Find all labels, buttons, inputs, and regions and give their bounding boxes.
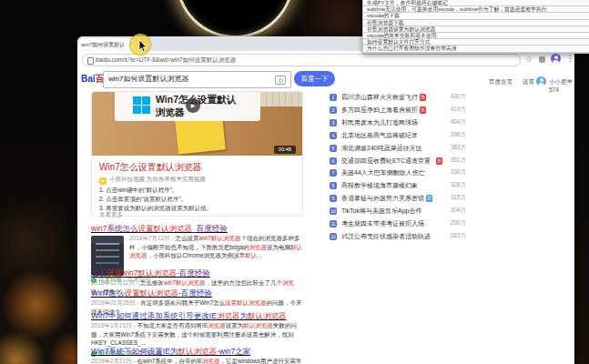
text-segment: -百度经验 xyxy=(178,288,212,298)
hot-item-count: 419万 xyxy=(451,106,466,114)
hot-list-item[interactable]: 3村民用废木为儿打造网球场404万 xyxy=(330,117,466,129)
eclipse-wallpaper xyxy=(176,0,294,38)
text-segment: Win7中如何通过添加系统引导更改IE xyxy=(91,311,217,320)
results-column: Win7怎么设置默认 浏览器 ▶ 00:48 Win7怎么设置默认浏览器 ▶小熊… xyxy=(91,91,303,364)
hot-item-title[interactable]: 武汉公布无症状感染者活动轨迹 xyxy=(341,232,431,241)
url-text: baidu.com/s?ie=UTF-8&wd=win7如何设置默认浏览器 xyxy=(96,55,496,66)
address-bar[interactable]: baidu.com/s?ie=UTF-8&wd=win7如何设置默认浏览器 xyxy=(82,54,521,66)
video-result-title[interactable]: Win7怎么设置默认浏览器 xyxy=(99,161,202,174)
hot-list-item[interactable]: 1四川凉山森林火灾救援飞行热430万 xyxy=(330,92,466,104)
result-title-link[interactable]: Win7中如何通过添加系统引导更改IE浏览器为默认浏览器 xyxy=(91,311,303,321)
text-segment: 2018年7月12日 - xyxy=(129,235,176,241)
hot-item-title[interactable]: TikTok将与美国音乐App合作 xyxy=(341,207,421,216)
text-segment: 2019年01月26日 - xyxy=(91,299,140,306)
browser-toolbar: baidu.com/s?ie=UTF-8&wd=win7如何设置默认浏览器 ☆ … xyxy=(77,51,574,69)
text-segment: win7默认浏览器 xyxy=(164,279,206,286)
text-segment: 2019年2月21日 - xyxy=(91,358,137,364)
note-line: 谷歌浏览器设置为默认浏览器 xyxy=(363,26,589,33)
hot-rank-badge: 5 xyxy=(330,145,337,152)
hot-item-count: 404万 xyxy=(451,118,466,126)
text-segment: 设置为 xyxy=(226,322,244,329)
play-button-icon[interactable]: ▶ xyxy=(186,98,200,113)
browser-window: win7如何设置默认浏览器_百度搜索 × + baidu.com/s?ie=UT… xyxy=(77,36,574,364)
hot-list-item[interactable]: 11考生疑因未带准考证被拒入场290万 xyxy=(330,218,466,230)
video-thumbnail[interactable]: Win7怎么设置默认 浏览器 ▶ 00:48 xyxy=(92,92,302,156)
text-segment: 为 xyxy=(239,311,248,320)
browser-profile-avatar[interactable] xyxy=(551,54,561,64)
text-segment: 设置win7默认浏览器 xyxy=(107,268,177,278)
hot-rank-badge: 10 xyxy=(330,207,337,215)
page-security-icon[interactable] xyxy=(87,57,94,65)
hot-item-count: 315万 xyxy=(451,194,466,202)
hot-list-item[interactable]: 8高校教学楼现海市蜃楼幻象326万 xyxy=(330,180,466,192)
view-more-link[interactable]: 查看更多 xyxy=(99,211,123,219)
baidu-username[interactable]: 小小肥羊574 xyxy=(549,78,574,93)
video-result-card[interactable]: Win7怎么设置默认 浏览器 ▶ 00:48 Win7怎么设置默认浏览器 ▶小熊… xyxy=(91,91,303,217)
text-segment: 系统怎么 xyxy=(107,224,137,233)
hot-item-title[interactable]: 香港暴徒与外国势力关系密切 xyxy=(341,194,424,203)
hot-item-count: 290万 xyxy=(451,219,466,228)
hot-rank-badge: 12 xyxy=(330,233,337,240)
result-snippet: 2019年2月21日 - 在win7系统中，自带的IE浏览器，它是windows… xyxy=(91,357,303,364)
search-input[interactable] xyxy=(104,72,272,86)
hot-item-count: 396万 xyxy=(451,131,466,139)
hot-flag-badge: 新 xyxy=(426,195,432,202)
windows-logo-icon xyxy=(133,96,150,114)
result-title-link[interactable]: win7系统怎么设置默认浏览器_百度经验 xyxy=(91,224,303,234)
text-segment: 肯定很多朋友问我关于Win7怎么 xyxy=(140,299,225,306)
extension-icon[interactable] xyxy=(539,56,545,63)
baidu-user-avatar[interactable] xyxy=(536,76,546,86)
text-segment: 设置默认浏览器 xyxy=(137,224,192,233)
mouse-cursor-icon xyxy=(138,40,147,53)
text-segment: -win7之家 xyxy=(217,347,250,356)
hot-rank-badge: 11 xyxy=(330,220,337,228)
bookmark-star-icon[interactable]: ☆ xyxy=(525,55,533,64)
hot-item-title[interactable]: 湖北调拨240吨蔬菜运往灾区 xyxy=(341,144,422,153)
hot-list-item[interactable]: 6交通部回应收费站ETC通道空置热351万 xyxy=(330,156,466,167)
hot-item-title[interactable]: 多方回应孕妇上海看房被拒 xyxy=(341,106,418,115)
notes-overlay: 生成PY文件，条件和循环右键笔记sublime无法使用，可直接使用vscode，… xyxy=(362,0,589,54)
video-step: 1. 点击win键中的“默认程序”。 xyxy=(99,186,298,195)
text-segment: 怎么修改 xyxy=(140,279,164,286)
note-line: vscode的下载 xyxy=(363,13,589,19)
camera-search-icon[interactable] xyxy=(275,76,286,85)
text-segment: 2018年12月11日 - xyxy=(91,279,140,286)
hot-list-item[interactable]: 9香港暴徒与外国势力关系密切新315万 xyxy=(330,193,466,205)
result-title-link[interactable]: Win7怎么设置默认浏览器-百度经验 xyxy=(91,288,303,298)
tab-title: win7如何设置默认浏览器_百度搜索 xyxy=(81,41,125,49)
text-segment: 默认... xyxy=(245,252,261,258)
browser-menu-icon[interactable]: ⋮ xyxy=(566,54,574,63)
browser-tab[interactable]: win7如何设置默认浏览器_百度搜索 × xyxy=(77,38,136,51)
text-segment: 浏览器 xyxy=(249,244,267,250)
baidu-search-button[interactable]: 百度一下 xyxy=(294,71,335,86)
nav-settings[interactable]: 设置 xyxy=(523,78,534,86)
video-source-line: ▶小熊科技视频 为你推荐相关实用视频 xyxy=(99,176,206,185)
hot-item-title[interactable]: 北京地区最高气温将破纪录 xyxy=(341,131,418,140)
text-segment: 浏览器 xyxy=(208,322,226,329)
hot-item-title[interactable]: 村民用废木为儿打造网球场 xyxy=(341,118,418,127)
hot-rank-badge: 8 xyxy=(330,182,337,189)
hot-list-item[interactable]: 12武汉公布无症状感染者活动轨迹283万 xyxy=(330,231,466,243)
hot-item-title[interactable]: 四川凉山森林火灾救援飞行 xyxy=(341,93,418,102)
hot-list-item[interactable]: 4北京地区最高气温将破纪录396万 xyxy=(330,130,466,142)
hot-item-count: 283万 xyxy=(451,232,466,240)
hot-list-item[interactable]: 10TikTok将与美国音乐App合作304万 xyxy=(330,206,466,217)
video-caption-line2: 浏览器 xyxy=(156,106,185,119)
nav-baidu-home[interactable]: 百度首页 xyxy=(489,78,513,86)
hot-list-item[interactable]: 2多方回应孕妇上海看房被拒热419万 xyxy=(330,105,466,116)
hot-item-title[interactable]: 高校教学楼现海市蜃楼幻象 xyxy=(341,181,418,190)
hot-list-item[interactable]: 7美国44人大巴车侧翻致人伤亡330万 xyxy=(330,167,466,179)
hot-item-title[interactable]: 考生疑因未带准考证被拒入场 xyxy=(341,219,424,228)
result-title-link[interactable]: 怎么设置win7默认浏览器-百度经验 xyxy=(91,268,303,278)
text-segment: ，小熊科技以Chrome浏览器为例演示 xyxy=(147,252,246,258)
hot-item-title[interactable]: 美国44人大巴车侧翻致人伤亡 xyxy=(341,168,425,177)
hot-item-count: 326万 xyxy=(451,181,466,189)
text-segment: _百度经验 xyxy=(192,224,228,233)
hot-item-title[interactable]: 交通部回应收费站ETC通道空置 xyxy=(341,157,431,166)
text-segment: -百度经验 xyxy=(177,268,210,278)
hot-list-item[interactable]: 5湖北调拨240吨蔬菜运往灾区383万 xyxy=(330,143,466,155)
hot-rank-badge: 4 xyxy=(330,132,337,139)
note-line: 如何设置默认文件打开方式 xyxy=(363,39,589,46)
video-step: 2. 点击靠置顶的“设置默认程序”。 xyxy=(99,195,298,204)
result-title-link[interactable]: Win7系统下如何设置IE为默认浏览器-win7之家 xyxy=(91,347,303,357)
